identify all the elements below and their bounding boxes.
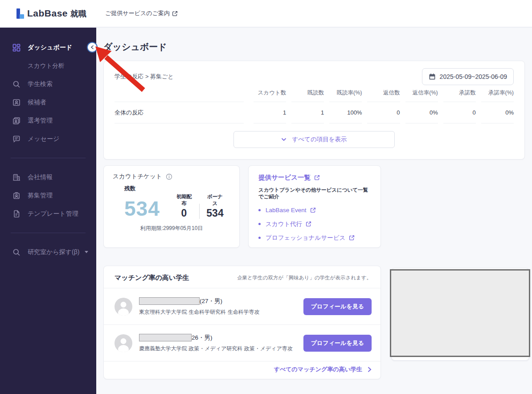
sidebar-item-company-info[interactable]: 会社情報	[0, 168, 96, 186]
services-card: 提供サービス一覧 スカウトプランやその他サービスについて一覧でご紹介 LabBa…	[248, 165, 381, 248]
building-icon	[12, 173, 20, 181]
all-matching-students-link[interactable]: すべてのマッチング率の高い学生	[104, 361, 381, 378]
show-all-items-button[interactable]: すべての項目を表示	[233, 131, 395, 148]
sidebar-item-student-search[interactable]: 学生検索	[0, 75, 96, 93]
service-link-label: プロフェッショナルサービス	[266, 234, 345, 242]
table-row: 全体の反応 1 1 100% 0 0% 0 0%	[115, 102, 514, 123]
student-meta: (27・男)	[200, 297, 222, 305]
column-header: 返信数	[367, 87, 400, 102]
search-icon	[12, 248, 20, 256]
labbase-logo-icon	[16, 8, 24, 19]
bonus-value: 534	[205, 207, 225, 219]
column-header: スカウト数	[254, 87, 286, 102]
initial-label: 初期配布	[175, 193, 193, 207]
remaining-label: 残数	[124, 185, 230, 193]
sidebar-item-label: 会社情報	[28, 173, 53, 181]
sidebar-item-dashboard[interactable]: ダッシュボード	[0, 38, 96, 57]
message-icon	[12, 135, 20, 143]
sidebar-item-selection[interactable]: 選考管理	[0, 111, 96, 130]
column-header: 返信率(%)	[405, 87, 438, 102]
cell-value: 100%	[329, 102, 362, 123]
external-link-icon	[349, 235, 355, 241]
service-link-professional[interactable]: プロフェッショナルサービス	[258, 231, 371, 245]
date-range-picker[interactable]: 2025-05-09~2025-06-09	[422, 68, 514, 85]
sidebar-collapse-button[interactable]	[87, 42, 98, 53]
document-icon	[12, 210, 20, 218]
service-link-label: LabBase Event	[266, 207, 307, 213]
app-header: LabBase 就職 ご提供サービスのご案内	[0, 0, 532, 28]
column-header: 承諾数	[443, 87, 476, 102]
chevron-right-icon	[368, 367, 372, 372]
sidebar-item-recruitment[interactable]: 募集管理	[0, 186, 96, 205]
cell-value: 1	[254, 102, 286, 123]
column-header: 既読率(%)	[329, 87, 362, 102]
chevron-down-icon	[281, 137, 286, 142]
sidebar-item-label: 学生検索	[28, 80, 53, 88]
brand-suffix: 就職	[70, 8, 86, 19]
student-meta: 26・男)	[192, 334, 213, 342]
bullet-icon	[258, 237, 261, 239]
student-row: 26・男) 慶應義塾大学大学院 政策・メディア研究科 政策・メディア専攻 プロフ…	[104, 325, 381, 361]
sidebar-item-label: 研究室から探す(β)	[28, 248, 79, 256]
column-header: 承諾率(%)	[481, 87, 514, 102]
selection-icon	[12, 117, 20, 125]
all-matching-students-label: すべてのマッチング率の高い学生	[274, 365, 362, 373]
search-icon	[12, 80, 20, 88]
bonus-label: ボーナス	[205, 193, 225, 207]
cell-value: 0	[443, 102, 476, 123]
sidebar-item-lab-search[interactable]: 研究室から探す(β)	[0, 243, 96, 261]
student-school: 東京理科大学大学院 生命科学研究科 生命科学専攻	[139, 308, 260, 316]
service-link-scout-daiko[interactable]: スカウト代行	[258, 217, 371, 231]
labbase-logo[interactable]: LabBase 就職	[16, 8, 86, 19]
student-row: (27・男) 東京理科大学大学院 生命科学研究科 生命科学専攻 プロフィールを見…	[104, 288, 381, 325]
services-description: スカウトプランやその他サービスについて一覧でご紹介	[258, 187, 371, 200]
main-content: ダッシュボード 学生の反応 > 募集ごと 2025-05-09~2025-06-…	[96, 28, 532, 394]
sidebar-item-candidates[interactable]: 候補者	[0, 93, 96, 111]
chevron-down-icon	[85, 251, 88, 253]
brand-name: LabBase	[27, 8, 68, 19]
column-header: 既読数	[291, 87, 324, 102]
student-reactions-card: 学生の反応 > 募集ごと 2025-05-09~2025-06-09 スカウト数…	[103, 61, 525, 160]
sidebar-item-label: メッセージ	[28, 135, 59, 143]
sidebar-item-templates[interactable]: テンプレート管理	[0, 205, 96, 223]
initial-value: 0	[175, 207, 193, 219]
remaining-value: 534	[124, 197, 160, 220]
calendar-icon	[429, 73, 436, 80]
service-guide-label: ご提供サービスのご案内	[105, 9, 170, 17]
sidebar-item-label: テンプレート管理	[28, 210, 78, 218]
sidebar-item-label: スカウト分析	[28, 62, 64, 70]
services-list-link[interactable]: 提供サービス一覧	[258, 173, 371, 182]
row-label: 全体の反応	[115, 102, 244, 123]
view-profile-button[interactable]: プロフィールを見る	[303, 298, 372, 315]
candidate-icon	[12, 98, 20, 107]
external-link-icon	[172, 11, 178, 16]
redacted-student-name	[139, 297, 200, 305]
sidebar-item-label: ダッシュボード	[28, 44, 72, 52]
page-title: ダッシュボード	[103, 40, 525, 53]
ticket-title: スカウトチケット	[113, 172, 162, 181]
dashboard-icon	[12, 44, 20, 52]
service-guide-link[interactable]: ご提供サービスのご案内	[105, 9, 178, 17]
breadcrumb: 学生の反応 > 募集ごと	[115, 73, 174, 81]
cell-value: 1	[291, 102, 324, 123]
bullet-icon	[258, 223, 261, 225]
redacted-region	[390, 269, 530, 357]
cell-value: 0%	[481, 102, 514, 123]
info-icon[interactable]	[166, 173, 172, 180]
service-link-label: スカウト代行	[266, 220, 302, 228]
service-link-labbase-event[interactable]: LabBase Event	[258, 203, 371, 217]
sidebar-item-messages[interactable]: メッセージ	[0, 130, 96, 148]
date-range-value: 2025-05-09~2025-06-09	[440, 73, 507, 80]
matching-students-card: マッチング率の高い学生 企業と学生の双方が「興味あり」の学生が表示されます。 (…	[103, 266, 381, 379]
reactions-table: スカウト数 既読数 既読率(%) 返信数 返信率(%) 承諾数 承諾率(%) 全…	[115, 87, 514, 123]
sidebar-item-label: 候補者	[28, 98, 46, 107]
redacted-student-name	[139, 334, 192, 341]
badge-icon	[12, 192, 20, 200]
sidebar-item-label: 選考管理	[28, 117, 53, 125]
external-link-icon	[306, 221, 311, 227]
cell-value: 0	[367, 102, 400, 123]
ticket-expiry: 利用期限:2999年05月10日	[113, 225, 230, 232]
view-profile-button[interactable]: プロフィールを見る	[303, 335, 372, 352]
table-header-row: スカウト数 既読数 既読率(%) 返信数 返信率(%) 承諾数 承諾率(%)	[115, 87, 514, 102]
sidebar-item-scout-analysis[interactable]: スカウト分析	[0, 57, 96, 75]
